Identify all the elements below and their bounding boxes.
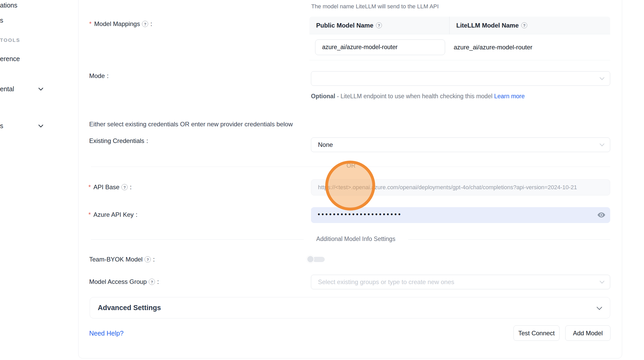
divider <box>91 239 304 240</box>
api-base-label: * API Base ? : <box>88 184 132 191</box>
sidebar-item-experimental[interactable]: ental <box>0 85 14 93</box>
model-mappings-table: Public Model Name ? LiteLLM Model Name ?… <box>309 17 610 60</box>
divider <box>408 239 610 240</box>
sidebar-section-tools: TOOLS <box>0 37 20 43</box>
chevron-down-icon[interactable] <box>38 86 43 91</box>
mode-select[interactable] <box>311 71 610 86</box>
need-help-link[interactable]: Need Help? <box>89 330 123 337</box>
sidebar: ations s TOOLS erence ental s <box>0 0 78 360</box>
team-byok-label: Team-BYOK Model ? : <box>89 256 155 263</box>
click-indicator-circle <box>325 161 375 211</box>
existing-credentials-value: None <box>318 141 333 148</box>
model-access-group-select[interactable]: Select existing groups or type to create… <box>311 275 610 289</box>
question-circle-icon[interactable]: ? <box>149 279 155 285</box>
table-row: azure_ai/azure-model-router <box>309 34 610 60</box>
question-circle-icon[interactable]: ? <box>121 184 128 190</box>
existing-credentials-select[interactable]: None <box>311 138 610 152</box>
question-circle-icon[interactable]: ? <box>521 22 527 28</box>
advanced-settings-panel[interactable]: Advanced Settings <box>90 297 610 318</box>
public-model-name-input[interactable] <box>315 40 445 55</box>
toggle-track <box>313 257 325 262</box>
sidebar-item-settings[interactable]: s <box>0 122 3 130</box>
model-access-group-label: Model Access Group ? : <box>89 278 159 285</box>
divider <box>91 167 341 167</box>
question-circle-icon[interactable]: ? <box>376 22 382 28</box>
divider <box>361 167 610 167</box>
chevron-down-icon[interactable] <box>38 122 43 128</box>
sidebar-item-organizations[interactable]: ations <box>0 2 17 9</box>
required-asterisk: * <box>88 211 91 218</box>
team-byok-toggle[interactable] <box>307 255 326 264</box>
question-circle-icon[interactable]: ? <box>142 21 148 27</box>
sidebar-item-reference[interactable]: erence <box>0 55 20 63</box>
chevron-down-icon <box>600 279 604 283</box>
model-mappings-label: * Model Mappings ? : <box>89 20 152 28</box>
required-asterisk: * <box>89 20 92 28</box>
masked-password-value: •••••••••••••••••••••• <box>318 211 402 218</box>
test-connect-button[interactable]: Test Connect <box>513 325 560 341</box>
sidebar-item-users[interactable]: s <box>0 17 3 24</box>
mode-label: Mode : <box>89 72 109 80</box>
toggle-knob <box>307 255 314 263</box>
column-header-litellm-model-name: LiteLLM Model Name ? <box>449 17 610 34</box>
existing-credentials-label: Existing Credentials : <box>89 137 148 145</box>
model-name-hint: The model name LiteLLM will send to the … <box>311 3 439 10</box>
azure-api-key-label: * Azure API Key : <box>88 211 138 218</box>
learn-more-link[interactable]: Learn more <box>494 93 525 100</box>
additional-settings-divider-label: Additional Model Info Settings <box>309 235 402 243</box>
credentials-note: Either select existing credentials OR en… <box>89 121 293 128</box>
add-model-screen: ations s TOOLS erence ental s The model … <box>0 0 644 360</box>
litellm-model-name-value: azure_ai/azure-model-router <box>445 44 589 51</box>
advanced-settings-label: Advanced Settings <box>98 304 161 312</box>
question-circle-icon[interactable]: ? <box>145 256 151 263</box>
reveal-password-eye-icon[interactable] <box>596 211 606 219</box>
model-access-group-placeholder: Select existing groups or type to create… <box>318 278 454 286</box>
chevron-down-icon <box>600 141 604 146</box>
column-header-public-model-name: Public Model Name ? <box>309 17 449 34</box>
eye-icon <box>596 211 606 219</box>
required-asterisk: * <box>88 184 91 191</box>
chevron-down-icon <box>597 304 602 310</box>
chevron-down-icon <box>600 75 604 80</box>
mode-helper-text: Optional - LiteLLM endpoint to use when … <box>311 91 531 101</box>
table-header-row: Public Model Name ? LiteLLM Model Name ? <box>309 17 610 34</box>
add-model-button[interactable]: Add Model <box>565 325 610 341</box>
